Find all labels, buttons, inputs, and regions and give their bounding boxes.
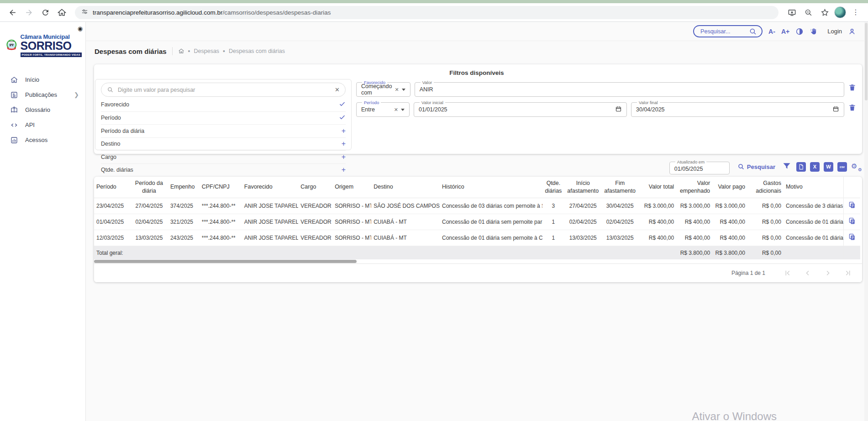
chevron-right-icon: ❯ <box>74 91 79 98</box>
column-header-historico[interactable]: Histórico <box>440 177 542 198</box>
periodo-start-date-input[interactable]: Valor inicial 01/01/2025 <box>414 100 627 117</box>
column-header-qtde-diarias[interactable]: Qtde. diárias <box>542 177 565 198</box>
user-account-icon[interactable] <box>848 27 856 36</box>
login-link[interactable]: Login <box>827 28 842 35</box>
install-app-icon[interactable] <box>785 5 799 19</box>
column-header-empenho[interactable]: Empenho <box>168 177 200 198</box>
export-csv-button[interactable]: csv <box>837 162 847 172</box>
plus-icon[interactable]: + <box>342 140 346 147</box>
libras-hand-icon[interactable] <box>810 27 818 36</box>
filter-option-destino[interactable]: Destino + <box>101 137 346 151</box>
breadcrumb-home-icon[interactable] <box>178 48 184 54</box>
filter-option-qtde-diarias[interactable]: Qtde. diárias + <box>101 163 346 177</box>
org-logo[interactable]: SORRISO Câmara Municipal SORRISO PODER F… <box>6 32 82 58</box>
calendar-icon[interactable] <box>615 105 622 114</box>
column-header-destino[interactable]: Destino <box>371 177 440 198</box>
export-doc-button[interactable]: W <box>824 162 833 172</box>
search-icon <box>107 86 114 93</box>
breadcrumb-item[interactable]: Despesas <box>194 48 220 54</box>
column-header-motivo[interactable]: Motivo <box>784 177 844 198</box>
copy-row-icon[interactable] <box>848 201 856 209</box>
first-page-icon[interactable] <box>784 269 792 277</box>
plus-icon[interactable]: + <box>342 127 346 135</box>
column-header-inicio-afastamento[interactable]: Início afastamento <box>564 177 601 198</box>
global-search-input[interactable]: Pesquisar... <box>693 25 763 37</box>
sidebar-item-inicio[interactable]: Início <box>0 72 85 87</box>
scrollbar-thumb[interactable] <box>94 260 357 263</box>
copy-row-icon[interactable] <box>848 233 856 241</box>
filter-option-favorecido[interactable]: Favorecido <box>101 98 346 111</box>
zoom-out-icon[interactable] <box>801 5 815 19</box>
column-header-cargo[interactable]: Cargo <box>298 177 332 198</box>
settings-gears-icon[interactable]: ⚙⚙ <box>851 162 862 172</box>
column-header-periodo[interactable]: Período <box>94 177 130 198</box>
browser-profile-avatar[interactable] <box>834 6 846 18</box>
column-header-gastos-adicionais[interactable]: Gastos adicionais <box>747 177 784 198</box>
sidebar-item-glossario[interactable]: Glossário <box>0 102 85 117</box>
address-bar[interactable]: transparenciaprefeiturasorriso.agiliclou… <box>75 6 779 19</box>
column-header-valor-empenhado[interactable]: Valor empenhado <box>676 177 712 198</box>
filter-funnel-icon[interactable] <box>782 162 792 172</box>
table-row[interactable]: 23/04/202527/04/2025374/2025***.244.800-… <box>94 198 860 214</box>
remove-filter-trash-icon[interactable] <box>848 104 858 114</box>
clear-operator-icon[interactable]: ✕ <box>394 107 398 113</box>
previous-page-icon[interactable] <box>804 269 812 277</box>
contrast-toggle-icon[interactable] <box>795 27 804 36</box>
plus-icon[interactable]: + <box>342 166 346 174</box>
next-page-icon[interactable] <box>824 269 832 277</box>
remove-filter-trash-icon[interactable] <box>848 84 858 94</box>
font-decrease-button[interactable]: A- <box>768 28 775 35</box>
site-settings-icon[interactable] <box>81 8 88 17</box>
filter-list: Favorecido Período Período da diária + D… <box>101 98 346 176</box>
page-indicator: Página 1 de 1 <box>731 270 765 276</box>
column-header-origem[interactable]: Origem <box>332 177 371 198</box>
clear-search-icon[interactable]: ✕ <box>335 86 340 93</box>
column-header-periodo-da-diaria[interactable]: Período da diária <box>130 177 168 198</box>
favorecido-operator-select[interactable]: Favorecido Começando com ✕ <box>356 80 410 97</box>
filter-option-periodo[interactable]: Período <box>101 111 346 125</box>
column-header-favorecido[interactable]: Favorecido <box>242 177 298 198</box>
font-increase-button[interactable]: A+ <box>781 28 789 35</box>
updated-at-field[interactable]: Atualizado em 01/05/2025 <box>669 159 730 174</box>
browser-home-icon[interactable] <box>55 5 68 19</box>
copy-row-icon[interactable] <box>848 217 856 225</box>
breadcrumb-item[interactable]: Despesas com diárias <box>229 48 285 54</box>
main-area: Pesquisar... A- A+ Login Despesas com di… <box>86 22 868 421</box>
bookmark-star-icon[interactable] <box>818 5 831 19</box>
table-search-button[interactable]: Pesquisar <box>737 163 775 170</box>
chevron-down-icon[interactable] <box>402 89 405 91</box>
export-xls-button[interactable]: X <box>810 162 820 172</box>
column-header-valor-total[interactable]: Valor total <box>638 177 676 198</box>
periodo-operator-select[interactable]: Período Entre ✕ <box>356 100 410 117</box>
column-header-cpf-cnpj[interactable]: CPF/CNPJ <box>200 177 242 198</box>
breadcrumb: • Despesas • Despesas com diárias <box>178 48 285 54</box>
filter-search-input[interactable]: Digite um valor para pesquisar ✕ <box>101 83 346 97</box>
table-row[interactable]: 01/04/202502/04/2025321/2025***.244.800-… <box>94 214 860 230</box>
last-page-icon[interactable] <box>844 269 852 277</box>
horizontal-scrollbar[interactable] <box>94 259 862 264</box>
filter-search-placeholder: Digite um valor para pesquisar <box>118 87 331 93</box>
column-header-fim-afastamento[interactable]: Fim afastamento <box>601 177 638 198</box>
sidebar-item-api[interactable]: API <box>0 117 85 132</box>
plus-icon[interactable]: + <box>342 153 346 161</box>
periodo-end-date-input[interactable]: Valor final 30/04/2025 <box>631 100 844 117</box>
page-scrollbar-thumb[interactable] <box>865 23 868 100</box>
sidebar-item-acessos[interactable]: Acessos <box>0 132 85 147</box>
filter-option-cargo[interactable]: Cargo + <box>101 150 346 163</box>
sidebar-item-publicacoes[interactable]: Publicações ❯ <box>0 87 85 102</box>
clear-operator-icon[interactable]: ✕ <box>395 87 399 93</box>
favorecido-value-input[interactable]: Valor ANIR <box>415 80 844 97</box>
calendar-icon[interactable] <box>832 105 839 114</box>
table-row[interactable]: 12/03/202513/03/2025243/2025***.244.800-… <box>94 230 860 246</box>
column-header-valor-pago[interactable]: Valor pago <box>712 177 747 198</box>
browser-forward-icon[interactable] <box>22 5 36 19</box>
sidebar-toggle-icon[interactable]: ◉ <box>78 25 83 32</box>
check-icon <box>339 100 346 109</box>
chevron-down-icon[interactable] <box>401 109 405 111</box>
filter-option-periodo-da-diaria[interactable]: Período da diária + <box>101 124 346 137</box>
browser-back-icon[interactable] <box>5 5 19 19</box>
browser-menu-icon[interactable]: ⋮ <box>849 5 863 19</box>
page-scrollbar[interactable] <box>864 22 868 421</box>
export-pdf-button[interactable] <box>796 162 806 172</box>
browser-reload-icon[interactable] <box>38 5 52 19</box>
